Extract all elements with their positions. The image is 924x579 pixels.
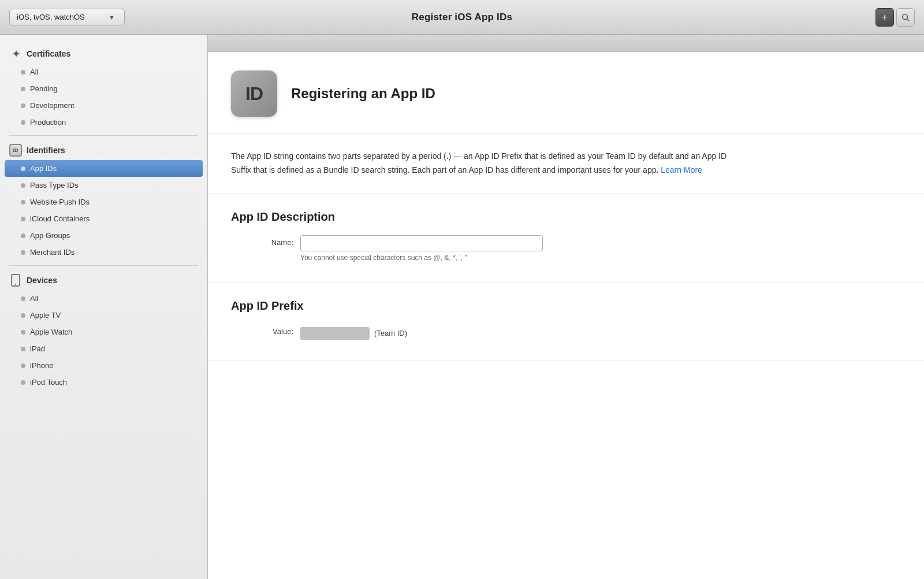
sidebar-item-development[interactable]: Development xyxy=(0,97,207,114)
platform-selector[interactable]: iOS, tvOS, watchOS macOS tvOS ▼ xyxy=(9,9,125,25)
bullet-icon xyxy=(21,70,25,75)
devices-icon xyxy=(9,274,22,287)
sidebar-item-all-certs[interactable]: All xyxy=(0,64,207,80)
svg-point-3 xyxy=(15,284,16,285)
name-hint: You cannot use special characters such a… xyxy=(300,254,543,262)
prefix-value-wrapper: (Team ID) xyxy=(300,324,407,340)
sidebar-item-ipod-touch[interactable]: iPod Touch xyxy=(0,374,207,391)
sidebar-section-devices: Devices All Apple TV Apple Watch iPad iP… xyxy=(0,270,207,391)
sidebar-section-identifiers: ID Identifiers App IDs Pass Type IDs Web… xyxy=(0,140,207,261)
devices-label: Devices xyxy=(27,276,57,285)
toolbar-actions: + xyxy=(875,8,915,27)
sidebar-item-label: iCloud Containers xyxy=(30,214,90,223)
bullet-icon xyxy=(21,217,25,221)
bullet-icon xyxy=(21,347,25,351)
name-field-row: Name: You cannot use special characters … xyxy=(231,235,901,262)
hero-section: ID Registering an App ID xyxy=(208,52,924,133)
sidebar-item-app-groups[interactable]: App Groups xyxy=(0,227,207,244)
app-id-icon-text: ID xyxy=(245,83,263,105)
value-label: Value: xyxy=(231,324,300,336)
app-id-description-title: App ID Description xyxy=(231,210,901,224)
sidebar-item-label: iPhone xyxy=(30,361,53,370)
sidebar-item-label: App IDs xyxy=(30,164,57,173)
bullet-icon xyxy=(21,200,25,205)
content-area: ID Registering an App ID The App ID stri… xyxy=(208,35,924,579)
devices-header: Devices xyxy=(0,270,207,290)
team-id-redacted xyxy=(300,327,370,340)
add-button[interactable]: + xyxy=(875,8,894,27)
team-id-label: (Team ID) xyxy=(374,329,407,337)
sidebar-item-app-ids[interactable]: App IDs xyxy=(5,160,203,177)
app-id-prefix-title: App ID Prefix xyxy=(231,299,901,313)
certificates-label: Certificates xyxy=(27,49,70,58)
hero-title: Registering an App ID xyxy=(291,86,435,102)
bullet-icon xyxy=(21,296,25,301)
bullet-icon xyxy=(21,166,25,171)
bullet-icon xyxy=(21,183,25,188)
sidebar-item-label: Apple TV xyxy=(30,311,61,320)
divider-2 xyxy=(9,265,198,266)
sidebar-item-all-devices[interactable]: All xyxy=(0,290,207,307)
bullet-icon xyxy=(21,380,25,385)
sidebar-item-pending[interactable]: Pending xyxy=(0,80,207,97)
search-icon xyxy=(901,13,910,21)
app-id-description-section: App ID Description Name: You cannot use … xyxy=(208,194,924,283)
sidebar-item-label: Pass Type IDs xyxy=(30,181,79,190)
page-title: Register iOS App IDs xyxy=(412,12,512,23)
app-id-prefix-section: App ID Prefix Value: (Team ID) xyxy=(208,283,924,361)
sidebar-item-label: Merchant IDs xyxy=(30,248,74,257)
sidebar-item-production[interactable]: Production xyxy=(0,114,207,131)
name-label: Name: xyxy=(231,235,300,247)
certificates-header: ✦ Certificates xyxy=(0,44,207,64)
sidebar-item-label: All xyxy=(30,68,38,76)
sidebar-item-label: App Groups xyxy=(30,231,70,240)
sidebar: ✦ Certificates All Pending Development P… xyxy=(0,35,208,579)
bullet-icon xyxy=(21,363,25,368)
sidebar-item-apple-tv[interactable]: Apple TV xyxy=(0,307,207,324)
identifiers-icon: ID xyxy=(9,144,22,157)
sidebar-item-merchant-ids[interactable]: Merchant IDs xyxy=(0,244,207,261)
sidebar-section-certificates: ✦ Certificates All Pending Development P… xyxy=(0,44,207,131)
content-subheader xyxy=(208,35,924,52)
bullet-icon xyxy=(21,103,25,108)
sidebar-item-label: iPod Touch xyxy=(30,378,67,387)
sidebar-item-label: All xyxy=(30,294,38,303)
sidebar-item-label: Apple Watch xyxy=(30,328,72,336)
identifiers-header: ID Identifiers xyxy=(0,140,207,160)
content-body: ID Registering an App ID The App ID stri… xyxy=(208,52,924,361)
sidebar-item-label: Website Push IDs xyxy=(30,198,90,206)
search-button[interactable] xyxy=(896,8,915,27)
app-id-icon: ID xyxy=(231,70,277,117)
sidebar-item-label: Development xyxy=(30,101,74,110)
main-layout: ✦ Certificates All Pending Development P… xyxy=(0,35,924,579)
bullet-icon xyxy=(21,250,25,255)
bullet-icon xyxy=(21,330,25,335)
learn-more-link[interactable]: Learn More xyxy=(661,165,702,175)
svg-line-1 xyxy=(907,18,910,21)
sidebar-item-ipad[interactable]: iPad xyxy=(0,340,207,357)
certificates-icon: ✦ xyxy=(9,47,22,60)
info-text-content: The App ID string contains two parts sep… xyxy=(231,151,726,175)
info-section: The App ID string contains two parts sep… xyxy=(208,133,924,194)
sidebar-item-icloud-containers[interactable]: iCloud Containers xyxy=(0,210,207,227)
sidebar-item-label: Production xyxy=(30,118,66,127)
value-field-row: Value: (Team ID) xyxy=(231,324,901,340)
name-input[interactable] xyxy=(300,235,543,251)
platform-dropdown[interactable]: iOS, tvOS, watchOS macOS tvOS xyxy=(9,9,125,25)
sidebar-item-apple-watch[interactable]: Apple Watch xyxy=(0,324,207,340)
bullet-icon xyxy=(21,233,25,238)
identifiers-label: Identifiers xyxy=(27,146,65,155)
bullet-icon xyxy=(21,120,25,125)
sidebar-item-label: Pending xyxy=(30,84,58,93)
sidebar-item-label: iPad xyxy=(30,344,45,353)
bullet-icon xyxy=(21,313,25,318)
info-text: The App ID string contains two parts sep… xyxy=(231,150,728,177)
bullet-icon xyxy=(21,87,25,91)
sidebar-item-iphone[interactable]: iPhone xyxy=(0,357,207,374)
top-bar: iOS, tvOS, watchOS macOS tvOS ▼ Register… xyxy=(0,0,924,35)
sidebar-item-pass-type-ids[interactable]: Pass Type IDs xyxy=(0,177,207,194)
sidebar-item-website-push-ids[interactable]: Website Push IDs xyxy=(0,194,207,210)
name-input-wrapper: You cannot use special characters such a… xyxy=(300,235,543,262)
divider-1 xyxy=(9,135,198,136)
